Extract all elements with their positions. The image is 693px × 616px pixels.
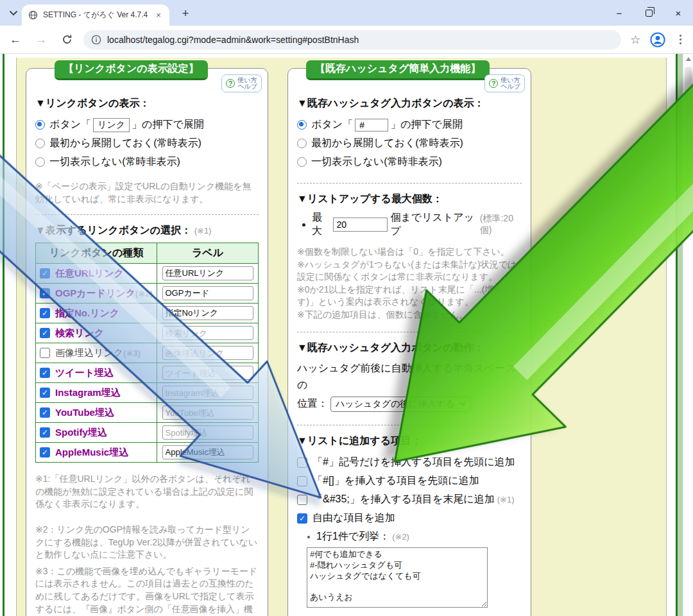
forward-button: → (31, 30, 51, 50)
label-input[interactable] (162, 266, 253, 280)
radio-option[interactable]: ボタン「 リンク 」の押下で展開 (35, 116, 259, 134)
checkbox-label: 自由な項目を追加 (312, 511, 395, 525)
column-header: リンクボタンの種類 (36, 243, 157, 264)
max-count-input[interactable] (333, 218, 388, 232)
radio-option[interactable]: 一切表示しない(常時非表示) (297, 153, 522, 171)
section-heading-hashtag-display: ▼既存ハッシュタグ入力ボタンの表示： (297, 97, 522, 110)
close-window-button[interactable]: × (663, 0, 693, 26)
label-input[interactable] (162, 326, 253, 340)
checkbox-checked-icon[interactable]: ✓ (297, 513, 307, 524)
minimize-button[interactable]: − (604, 0, 634, 26)
radio-label: ボタン「 (49, 118, 91, 132)
radio-selected-icon[interactable] (297, 120, 307, 130)
radio-icon[interactable] (35, 157, 45, 167)
link-button-settings-panel: 【リンクボタンの表示設定】 ? 使い方ヘルプ ▼リンクボタンの表示： ボタン「 … (26, 68, 268, 616)
default-hint: (標準:20個) (480, 213, 522, 236)
menu-dots-icon[interactable] (674, 32, 687, 47)
help-question-icon: ? (489, 79, 498, 88)
help-button[interactable]: ? 使い方ヘルプ (221, 74, 262, 92)
checkbox-label: 「&#35;」を挿入する項目を末尾に追加 (312, 493, 495, 506)
checkbox-checked-icon[interactable]: ✓ (40, 288, 50, 298)
checkbox-unchecked-icon[interactable] (297, 476, 307, 486)
checkbox-option[interactable]: 「&#35;」を挿入する項目を末尾に追加 (※1) (297, 490, 522, 509)
new-tab-button[interactable]: + (177, 5, 194, 22)
checkbox-checked-icon[interactable]: ✓ (40, 427, 50, 438)
radio-label: 最初から展開しておく(常時表示) (311, 137, 463, 150)
page-info-icon[interactable] (91, 35, 101, 45)
label-input[interactable] (162, 346, 253, 360)
back-button[interactable]: ← (5, 30, 26, 50)
section-heading-link-select: ▼表示するリンクボタンの選択： (※1) (35, 224, 259, 237)
radio-label: 最初から展開しておく(常時表示) (49, 137, 201, 150)
radio-label: 」の押下で展開 (132, 118, 204, 132)
note-text: ※下記の追加項目は、個数に含みません。 (297, 309, 522, 321)
bullet-icon (302, 223, 305, 227)
tab-close-icon[interactable]: × (153, 10, 164, 21)
space-position-select[interactable]: ハッシュタグの後に挿入する (330, 397, 471, 412)
window-controls: − × (604, 0, 693, 26)
bullet-icon (307, 536, 310, 538)
checkbox-checked-icon[interactable]: ✓ (40, 388, 50, 398)
divider (297, 425, 522, 425)
help-question-icon: ? (226, 79, 235, 88)
label-input[interactable] (162, 366, 253, 380)
checkbox-option[interactable]: 「#[]」を挿入する項目を先頭に追加 (297, 472, 522, 490)
radio-option[interactable]: ボタン「 # 」の押下で展開 (297, 116, 522, 134)
divider (297, 332, 522, 332)
radio-selected-icon[interactable] (35, 120, 45, 130)
label-input[interactable] (162, 386, 253, 400)
checkbox-unchecked-icon[interactable] (297, 458, 307, 468)
checkbox-unchecked-icon[interactable] (40, 348, 50, 358)
table-row: ✓ツイート埋込 (36, 363, 259, 383)
radio-icon[interactable] (35, 139, 45, 148)
page-scrollbar[interactable] (683, 54, 693, 616)
checkbox-checked-icon[interactable]: ✓ (40, 268, 50, 278)
bookmark-star-icon[interactable]: ☆ (630, 33, 640, 47)
page-border-strip (678, 54, 683, 616)
checkbox-checked-icon[interactable]: ✓ (40, 447, 50, 458)
panel-title: 【既存ハッシュタグ簡単入力機能】 (306, 60, 490, 80)
checkbox-checked-icon[interactable]: ✓ (40, 368, 50, 378)
checkbox-unchecked-icon[interactable] (297, 495, 307, 505)
radio-option[interactable]: 最初から展開しておく(常時表示) (35, 134, 259, 153)
label-input[interactable] (162, 286, 253, 300)
checkbox-label: 「#」記号だけを挿入する項目を先頭に追加 (312, 456, 515, 469)
free-items-textarea[interactable]: #何でも追加できる #-隠れハッシュタグも可 ハッシュタグではなくても可 あいう… (307, 547, 488, 608)
checkbox-checked-icon[interactable]: ✓ (40, 328, 50, 338)
section-heading-add-items: ▼リストに追加する項目： (297, 434, 522, 448)
checkbox-option[interactable]: 「#」記号だけを挿入する項目を先頭に追加 (297, 453, 522, 472)
tab-search-chevron-icon[interactable] (6, 6, 21, 21)
radio-icon[interactable] (297, 139, 307, 148)
action-description: ハッシュタグ前後に自動挿入する半角スペースの (297, 360, 522, 394)
link-buttons-table: リンクボタンの種類 ラベル ✓任意URLリンク ✓OGPカードリンク(※2) ✓… (35, 243, 259, 463)
radio-option[interactable]: 一切表示しない(常時非表示) (35, 153, 259, 171)
scrollbar-thumb[interactable] (685, 67, 692, 221)
checkbox-option[interactable]: ✓ 自由な項目を追加 (297, 509, 522, 527)
label-input[interactable] (162, 425, 253, 440)
help-button[interactable]: ? 使い方ヘルプ (484, 74, 525, 92)
restore-button[interactable] (634, 0, 663, 26)
table-row: ✓Spotify埋込 (36, 423, 259, 443)
radio-label: 一切表示しない(常時非表示) (311, 155, 442, 169)
label-input[interactable] (162, 306, 253, 320)
table-row: ✓AppleMusic埋込 (36, 443, 259, 463)
address-bar[interactable]: localhost/tegalog.cgi?mode=admin&work=se… (83, 30, 621, 49)
scrollbar-up-icon[interactable] (683, 54, 693, 64)
checkbox-checked-icon[interactable]: ✓ (40, 407, 50, 418)
footnote-1: ※1:「任意URLリンク」以外の各ボタンは、それぞれの機能が無効に設定されている… (35, 473, 259, 511)
label-input[interactable] (162, 406, 253, 420)
profile-avatar-icon[interactable] (650, 32, 665, 47)
page-border-left (3, 54, 4, 616)
browser-tab[interactable]: SETTING - てがろぐ Ver 4.7.4 × (22, 4, 169, 26)
link-button-preview: リンク (93, 118, 130, 132)
radio-icon[interactable] (297, 157, 307, 167)
reload-button[interactable] (56, 30, 77, 50)
section-heading-action: ▼既存ハッシュタグ入力ボタンの動作： (297, 341, 522, 355)
label-input[interactable] (162, 445, 253, 459)
footnote-2: ※2：リンク先のOGP情報を読み取ってカード型リンクにする機能は、TegUp V… (35, 524, 259, 561)
note-text: ※ハッシュタグが1つもない(または未集計な)状況では設定に関係なくボタンは常に非… (297, 259, 522, 284)
checkbox-checked-icon[interactable]: ✓ (40, 308, 50, 318)
note-text: ※個数を制限しない場合は「0」を指定して下さい。 (297, 246, 522, 259)
note-text: ※0か21以上を指定すれば、リスト末尾に「...(増やす)」という案内は表示され… (297, 284, 522, 309)
radio-option[interactable]: 最初から展開しておく(常時表示) (297, 134, 522, 153)
